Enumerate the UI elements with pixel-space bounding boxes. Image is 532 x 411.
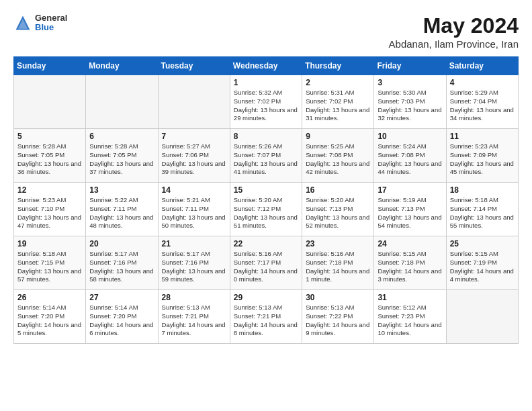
logo: General Blue: [13, 13, 67, 33]
weekday-header: Saturday: [446, 57, 518, 75]
logo-blue-text: Blue: [35, 23, 67, 32]
weekday-header: Friday: [374, 57, 446, 75]
day-number: 12: [17, 185, 82, 195]
day-info: Sunrise: 5:14 AMSunset: 7:20 PMDaylight:…: [17, 304, 82, 338]
calendar-day-cell: 5Sunrise: 5:28 AMSunset: 7:05 PMDaylight…: [14, 129, 86, 183]
calendar-day-cell: 14Sunrise: 5:21 AMSunset: 7:11 PMDayligh…: [158, 183, 230, 236]
calendar-week-row: 5Sunrise: 5:28 AMSunset: 7:05 PMDaylight…: [14, 129, 519, 183]
day-number: 31: [378, 293, 442, 302]
calendar-day-cell: 3Sunrise: 5:30 AMSunset: 7:03 PMDaylight…: [374, 75, 446, 129]
calendar-day-cell: 19Sunrise: 5:18 AMSunset: 7:15 PMDayligh…: [14, 236, 86, 290]
calendar-week-row: 1Sunrise: 5:32 AMSunset: 7:02 PMDaylight…: [14, 75, 519, 129]
day-number: 7: [162, 132, 226, 141]
day-info: Sunrise: 5:12 AMSunset: 7:23 PMDaylight:…: [378, 304, 442, 338]
day-info: Sunrise: 5:22 AMSunset: 7:11 PMDaylight:…: [89, 196, 154, 230]
calendar-day-cell: 2Sunrise: 5:31 AMSunset: 7:02 PMDaylight…: [302, 75, 374, 129]
calendar-day-cell: [14, 75, 86, 129]
day-info: Sunrise: 5:14 AMSunset: 7:20 PMDaylight:…: [89, 304, 154, 338]
day-number: 18: [450, 185, 515, 195]
day-info: Sunrise: 5:20 AMSunset: 7:12 PMDaylight:…: [234, 196, 298, 230]
calendar-day-cell: 10Sunrise: 5:24 AMSunset: 7:08 PMDayligh…: [374, 129, 446, 183]
calendar-day-cell: 18Sunrise: 5:18 AMSunset: 7:14 PMDayligh…: [446, 183, 518, 236]
day-info: Sunrise: 5:23 AMSunset: 7:10 PMDaylight:…: [17, 196, 82, 230]
calendar-day-cell: 30Sunrise: 5:13 AMSunset: 7:22 PMDayligh…: [302, 290, 374, 344]
day-info: Sunrise: 5:26 AMSunset: 7:07 PMDaylight:…: [234, 142, 298, 177]
day-number: 20: [89, 239, 154, 248]
day-info: Sunrise: 5:30 AMSunset: 7:03 PMDaylight:…: [378, 89, 442, 123]
calendar-week-row: 19Sunrise: 5:18 AMSunset: 7:15 PMDayligh…: [14, 236, 519, 290]
day-info: Sunrise: 5:13 AMSunset: 7:21 PMDaylight:…: [234, 304, 298, 338]
day-info: Sunrise: 5:15 AMSunset: 7:18 PMDaylight:…: [378, 250, 442, 284]
calendar-day-cell: 4Sunrise: 5:29 AMSunset: 7:04 PMDaylight…: [446, 75, 518, 129]
calendar-day-cell: 28Sunrise: 5:13 AMSunset: 7:21 PMDayligh…: [158, 290, 230, 344]
logo-general-text: General: [35, 13, 67, 23]
day-info: Sunrise: 5:23 AMSunset: 7:09 PMDaylight:…: [450, 142, 515, 177]
day-info: Sunrise: 5:21 AMSunset: 7:11 PMDaylight:…: [162, 196, 226, 230]
calendar-day-cell: 1Sunrise: 5:32 AMSunset: 7:02 PMDaylight…: [230, 75, 302, 129]
day-number: 2: [306, 78, 370, 87]
day-number: 9: [306, 132, 370, 141]
calendar-day-cell: 7Sunrise: 5:27 AMSunset: 7:06 PMDaylight…: [158, 129, 230, 183]
day-info: Sunrise: 5:31 AMSunset: 7:02 PMDaylight:…: [306, 89, 370, 123]
calendar-day-cell: [158, 75, 230, 129]
day-info: Sunrise: 5:17 AMSunset: 7:16 PMDaylight:…: [89, 250, 154, 284]
calendar-week-row: 12Sunrise: 5:23 AMSunset: 7:10 PMDayligh…: [14, 183, 519, 236]
day-number: 21: [162, 239, 226, 248]
weekday-header: Thursday: [302, 57, 374, 75]
calendar-day-cell: 24Sunrise: 5:15 AMSunset: 7:18 PMDayligh…: [374, 236, 446, 290]
logo-text: General Blue: [35, 13, 67, 33]
calendar-day-cell: 8Sunrise: 5:26 AMSunset: 7:07 PMDaylight…: [230, 129, 302, 183]
calendar-day-cell: 11Sunrise: 5:23 AMSunset: 7:09 PMDayligh…: [446, 129, 518, 183]
day-info: Sunrise: 5:29 AMSunset: 7:04 PMDaylight:…: [450, 89, 515, 123]
day-info: Sunrise: 5:27 AMSunset: 7:06 PMDaylight:…: [162, 142, 226, 177]
day-number: 23: [306, 239, 370, 248]
day-number: 22: [234, 239, 298, 248]
day-info: Sunrise: 5:20 AMSunset: 7:13 PMDaylight:…: [306, 196, 370, 230]
day-info: Sunrise: 5:25 AMSunset: 7:08 PMDaylight:…: [306, 142, 370, 177]
calendar-day-cell: 17Sunrise: 5:19 AMSunset: 7:13 PMDayligh…: [374, 183, 446, 236]
day-info: Sunrise: 5:28 AMSunset: 7:05 PMDaylight:…: [89, 142, 154, 177]
calendar-day-cell: 20Sunrise: 5:17 AMSunset: 7:16 PMDayligh…: [86, 236, 158, 290]
weekday-header: Tuesday: [158, 57, 230, 75]
weekday-header-row: SundayMondayTuesdayWednesdayThursdayFrid…: [14, 57, 519, 75]
day-number: 10: [378, 132, 442, 141]
day-info: Sunrise: 5:16 AMSunset: 7:17 PMDaylight:…: [234, 250, 298, 284]
calendar-day-cell: 29Sunrise: 5:13 AMSunset: 7:21 PMDayligh…: [230, 290, 302, 344]
day-info: Sunrise: 5:24 AMSunset: 7:08 PMDaylight:…: [378, 142, 442, 177]
calendar-day-cell: 12Sunrise: 5:23 AMSunset: 7:10 PMDayligh…: [14, 183, 86, 236]
day-number: 29: [234, 293, 298, 302]
day-number: 25: [450, 239, 515, 248]
location-text: Abdanan, Ilam Province, Iran: [389, 38, 519, 50]
day-info: Sunrise: 5:18 AMSunset: 7:15 PMDaylight:…: [17, 250, 82, 284]
day-number: 15: [234, 185, 298, 195]
calendar-day-cell: 15Sunrise: 5:20 AMSunset: 7:12 PMDayligh…: [230, 183, 302, 236]
day-info: Sunrise: 5:19 AMSunset: 7:13 PMDaylight:…: [378, 196, 442, 230]
day-number: 28: [162, 293, 226, 302]
day-info: Sunrise: 5:17 AMSunset: 7:16 PMDaylight:…: [162, 250, 226, 284]
calendar-day-cell: 25Sunrise: 5:15 AMSunset: 7:19 PMDayligh…: [446, 236, 518, 290]
day-number: 11: [450, 132, 515, 141]
calendar-day-cell: 6Sunrise: 5:28 AMSunset: 7:05 PMDaylight…: [86, 129, 158, 183]
weekday-header: Wednesday: [230, 57, 302, 75]
day-info: Sunrise: 5:18 AMSunset: 7:14 PMDaylight:…: [450, 196, 515, 230]
calendar-day-cell: 21Sunrise: 5:17 AMSunset: 7:16 PMDayligh…: [158, 236, 230, 290]
logo-icon: [13, 13, 32, 32]
calendar-day-cell: 9Sunrise: 5:25 AMSunset: 7:08 PMDaylight…: [302, 129, 374, 183]
calendar-day-cell: [446, 290, 518, 344]
weekday-header: Monday: [86, 57, 158, 75]
calendar-day-cell: 13Sunrise: 5:22 AMSunset: 7:11 PMDayligh…: [86, 183, 158, 236]
day-number: 6: [89, 132, 154, 141]
calendar-day-cell: 22Sunrise: 5:16 AMSunset: 7:17 PMDayligh…: [230, 236, 302, 290]
page-header: General Blue May 2024 Abdanan, Ilam Prov…: [13, 13, 519, 50]
calendar-day-cell: 27Sunrise: 5:14 AMSunset: 7:20 PMDayligh…: [86, 290, 158, 344]
day-number: 27: [89, 293, 154, 302]
calendar-day-cell: 16Sunrise: 5:20 AMSunset: 7:13 PMDayligh…: [302, 183, 374, 236]
day-info: Sunrise: 5:13 AMSunset: 7:21 PMDaylight:…: [162, 304, 226, 338]
day-info: Sunrise: 5:32 AMSunset: 7:02 PMDaylight:…: [234, 89, 298, 123]
day-info: Sunrise: 5:13 AMSunset: 7:22 PMDaylight:…: [306, 304, 370, 338]
calendar-table: SundayMondayTuesdayWednesdayThursdayFrid…: [13, 56, 519, 344]
day-info: Sunrise: 5:16 AMSunset: 7:18 PMDaylight:…: [306, 250, 370, 284]
day-number: 26: [17, 293, 82, 302]
calendar-day-cell: 23Sunrise: 5:16 AMSunset: 7:18 PMDayligh…: [302, 236, 374, 290]
day-info: Sunrise: 5:28 AMSunset: 7:05 PMDaylight:…: [17, 142, 82, 177]
